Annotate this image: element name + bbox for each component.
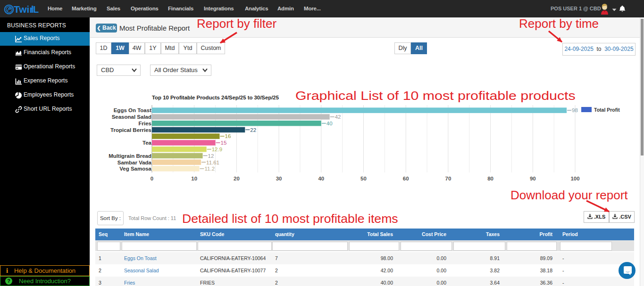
svg-text:40: 40: [318, 176, 324, 181]
svg-text:Multigrain Bread: Multigrain Bread: [109, 153, 151, 159]
svg-text:98: 98: [572, 107, 578, 113]
svg-text:Veg Samosa: Veg Samosa: [119, 166, 151, 172]
svg-text:100: 100: [570, 176, 579, 181]
svg-text:50: 50: [360, 176, 367, 181]
svg-text:Sambar Vada: Sambar Vada: [117, 160, 152, 165]
svg-text:15: 15: [221, 140, 227, 146]
svg-text:11.2: 11.2: [205, 166, 215, 172]
svg-text:90: 90: [530, 176, 536, 181]
svg-text:Tea: Tea: [142, 140, 152, 146]
svg-text:0: 0: [151, 176, 153, 181]
svg-text:16: 16: [225, 133, 231, 139]
svg-text:12: 12: [208, 153, 214, 159]
svg-text:22: 22: [250, 127, 256, 133]
svg-text:12.9: 12.9: [212, 147, 222, 152]
svg-text:Fries: Fries: [139, 121, 152, 126]
svg-text:60: 60: [403, 176, 409, 181]
svg-text:70: 70: [445, 176, 452, 181]
svg-text:30: 30: [276, 176, 282, 181]
svg-text:80: 80: [487, 176, 493, 181]
svg-text:lL: lL: [31, 4, 39, 15]
svg-text:Tropical Berries: Tropical Berries: [110, 127, 151, 133]
svg-text:Twir: Twir: [14, 4, 33, 15]
svg-text:40: 40: [326, 121, 333, 126]
svg-text:Seasonal Salad: Seasonal Salad: [112, 114, 151, 120]
svg-text:10: 10: [191, 176, 197, 181]
svg-text:42: 42: [335, 114, 341, 120]
svg-text:Total Profit: Total Profit: [594, 107, 620, 113]
svg-text:Eggs On Toast: Eggs On Toast: [114, 107, 151, 113]
svg-text:11.61: 11.61: [206, 160, 219, 165]
svg-text:Top 10 Profitable Products 24/: Top 10 Profitable Products 24/Sep/25 to …: [152, 95, 279, 100]
svg-text:20: 20: [234, 176, 240, 181]
